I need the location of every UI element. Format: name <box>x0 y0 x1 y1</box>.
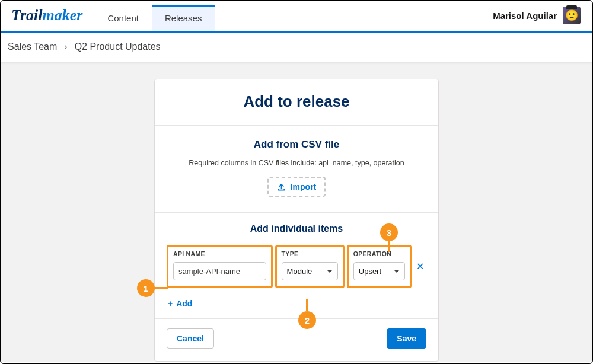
csv-heading: Add from CSV file <box>155 139 438 151</box>
individual-items-section: Add individual items 1 2 3 API NAME TYPE… <box>155 213 438 318</box>
remove-row-button[interactable]: ✕ <box>414 261 426 272</box>
api-name-field: API NAME <box>167 245 273 288</box>
cancel-button[interactable]: Cancel <box>167 328 214 349</box>
breadcrumb-level-2[interactable]: Q2 Product Updates <box>75 41 161 52</box>
add-to-release-card: Add to release Add from CSV file Require… <box>154 79 439 362</box>
save-button[interactable]: Save <box>387 328 426 349</box>
operation-select[interactable]: Upsert <box>353 262 405 280</box>
tab-content[interactable]: Content <box>94 5 152 31</box>
add-row-button[interactable]: + Add <box>167 299 192 308</box>
callout-badge-3: 3 <box>380 223 398 241</box>
import-button[interactable]: Import <box>267 177 326 197</box>
type-select[interactable]: Module <box>282 262 338 280</box>
callout-badge-2: 2 <box>298 311 316 329</box>
chevron-down-icon <box>394 269 400 274</box>
app-logo: Trailmaker <box>11 7 82 31</box>
breadcrumb-level-1[interactable]: Sales Team <box>8 41 57 52</box>
api-name-input[interactable] <box>173 262 266 280</box>
primary-tabs: Content Releases <box>94 5 215 31</box>
type-field: TYPE Module <box>275 245 345 288</box>
tab-releases[interactable]: Releases <box>152 5 215 31</box>
chevron-down-icon <box>327 269 333 274</box>
page-body: Add to release Add from CSV file Require… <box>1 62 592 362</box>
item-row: 1 2 3 API NAME TYPE Module OPERATION <box>167 245 426 288</box>
csv-description: Required columns in CSV files include: a… <box>155 159 438 167</box>
operation-field: OPERATION Upsert <box>347 245 412 288</box>
breadcrumb: Sales Team › Q2 Product Updates <box>1 33 592 62</box>
chevron-right-icon: › <box>64 41 67 52</box>
csv-section: Add from CSV file Required columns in CS… <box>155 126 438 213</box>
current-user-name: Marisol Aguilar <box>493 11 557 21</box>
upload-icon <box>277 183 286 191</box>
avatar[interactable]: 🙂 <box>563 7 581 24</box>
api-name-label: API NAME <box>173 250 266 257</box>
callout-badge-1: 1 <box>137 279 155 297</box>
app-header: Trailmaker Content Releases Marisol Agui… <box>1 1 592 33</box>
type-label: TYPE <box>282 250 338 257</box>
operation-label: OPERATION <box>353 250 405 257</box>
card-title: Add to release <box>155 79 438 126</box>
card-footer: Cancel Save <box>155 318 438 358</box>
plus-icon: + <box>168 299 173 308</box>
